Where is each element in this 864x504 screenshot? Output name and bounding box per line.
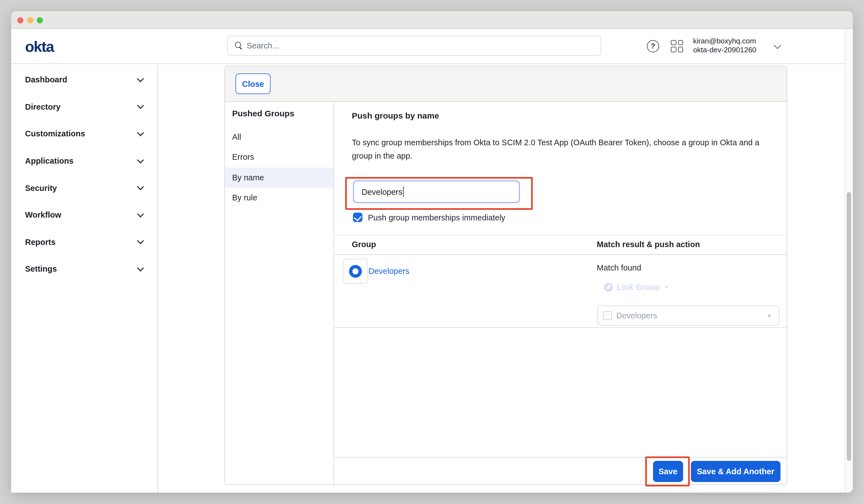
sidebar-item-settings[interactable]: Settings: [11, 255, 157, 283]
footer-divider: [335, 457, 787, 457]
pushed-groups-title: Pushed Groups: [232, 108, 334, 118]
push-immediately-label: Push group memberships immediately: [368, 213, 505, 222]
match-result-text: Match found: [597, 263, 641, 272]
text-cursor: [403, 187, 404, 197]
push-by-name-content: Push groups by name To sync group member…: [335, 101, 787, 485]
chevron-down-icon: [137, 264, 144, 271]
search-icon: [235, 42, 242, 49]
sidebar-item-reports[interactable]: Reports: [11, 228, 157, 255]
account-menu[interactable]: kiran@boxyhq.com okta-dev-20901260: [693, 36, 756, 55]
column-header-match: Match result & push action: [597, 240, 700, 249]
save-add-another-button[interactable]: Save & Add Another: [691, 460, 780, 482]
close-button[interactable]: Close: [236, 73, 271, 94]
chevron-down-icon: [137, 102, 144, 109]
column-header-group: Group: [352, 240, 376, 249]
traffic-light-zoom-icon[interactable]: [37, 17, 43, 23]
sidebar-item-security[interactable]: Security: [11, 175, 157, 202]
group-avatar: [343, 259, 368, 284]
app-header: okta Search... ? kiran@boxyhq.com okta-d…: [11, 29, 853, 64]
apps-grid-icon[interactable]: [671, 40, 683, 52]
push-immediately-row: Push group memberships immediately: [353, 207, 505, 227]
group-name-input-value: Developers: [362, 187, 403, 196]
app-group-icon-placeholder: [603, 311, 612, 320]
traffic-light-minimize-icon[interactable]: [27, 17, 33, 23]
sidebar-item-applications[interactable]: Applications: [11, 147, 157, 175]
dropdown-caret-icon: ▼: [767, 313, 772, 319]
window-titlebar: [11, 11, 853, 29]
save-button[interactable]: Save: [653, 460, 683, 482]
nav-item-errors[interactable]: Errors: [225, 147, 334, 167]
pushed-groups-nav: Pushed Groups All Errors By name By rule: [225, 101, 334, 485]
table-top-divider: [335, 235, 787, 236]
nav-item-by-name[interactable]: By name: [225, 167, 334, 188]
chevron-down-icon: [137, 183, 144, 190]
dropdown-caret-icon: ▼: [664, 284, 669, 290]
sidebar-item-dashboard[interactable]: Dashboard: [11, 66, 157, 93]
table-row-divider: [335, 327, 787, 328]
chevron-down-icon: [137, 211, 144, 217]
table-header-divider: [335, 254, 787, 255]
traffic-light-close-icon[interactable]: [17, 17, 23, 23]
okta-logo: okta: [25, 38, 54, 56]
search-input[interactable]: Search...: [227, 35, 601, 56]
chevron-down-icon: [137, 156, 144, 163]
browser-window: okta Search... ? kiran@boxyhq.com okta-d…: [11, 11, 853, 493]
scrollbar-track: [844, 29, 853, 493]
link-group-dropdown[interactable]: Link Group ▼: [604, 283, 669, 291]
push-groups-panel: Close Pushed Groups All Errors By name B…: [224, 65, 787, 485]
sidebar-item-workflow[interactable]: Workflow: [11, 202, 157, 228]
chevron-down-icon: [137, 75, 144, 82]
link-group-label: Link Group: [617, 283, 660, 291]
nav-item-by-rule[interactable]: By rule: [225, 188, 334, 208]
section-description: To sync group memberships from Okta to S…: [352, 135, 765, 163]
chevron-down-icon: [137, 237, 144, 244]
app-group-name: Developers: [616, 311, 657, 320]
account-org: okta-dev-20901260: [693, 46, 756, 55]
account-email: kiran@boxyhq.com: [693, 36, 756, 46]
help-icon[interactable]: ?: [647, 40, 659, 52]
search-placeholder: Search...: [247, 41, 279, 50]
desktop: okta Search... ? kiran@boxyhq.com okta-d…: [0, 0, 864, 504]
group-name-link[interactable]: Developers: [369, 267, 409, 276]
chevron-down-icon: [774, 41, 781, 48]
group-name-input[interactable]: Developers: [353, 180, 520, 203]
app-group-select[interactable]: Developers ▼: [597, 305, 779, 326]
sidebar-item-directory[interactable]: Directory: [11, 93, 157, 120]
section-heading: Push groups by name: [352, 110, 439, 120]
link-icon: [604, 283, 613, 291]
chevron-down-icon: [137, 129, 144, 136]
nav-item-all[interactable]: All: [225, 127, 334, 147]
push-immediately-checkbox[interactable]: [353, 213, 362, 222]
sidebar-item-customizations[interactable]: Customizations: [11, 120, 157, 147]
group-icon: [349, 265, 362, 277]
scrollbar-thumb[interactable]: [847, 192, 851, 461]
panel-header: Close: [225, 66, 786, 101]
sidebar-nav: Dashboard Directory Customizations Appli…: [11, 64, 158, 493]
